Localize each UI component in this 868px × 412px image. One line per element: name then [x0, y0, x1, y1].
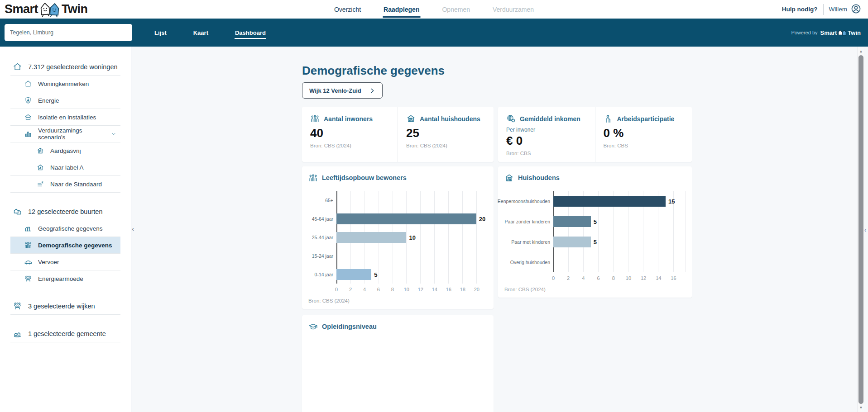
sidebar-group-1-geselecteerde-gemeente[interactable]: 1 geselecteerde gemeente	[10, 325, 120, 342]
sidebar-group-12-geselecteerde-buurten[interactable]: 12 geselecteerde buurten	[10, 203, 120, 220]
sidebar-item-label: Geografische gegevens	[38, 225, 103, 232]
stat-source: Bron: CBS (2024)	[310, 143, 389, 148]
x-axis-tick: 0	[335, 287, 338, 292]
sidebar-item-naar-de-standaard[interactable]: Naar de Standaard	[10, 176, 120, 193]
chart-title: Huishoudens	[518, 174, 560, 181]
stat-value: 40	[310, 126, 389, 140]
powered-by: Powered by Smart Twin	[791, 29, 868, 36]
nav-item-verduurzamen[interactable]: Verduurzamen	[492, 1, 535, 18]
panel-expand-icon[interactable]: ‹	[864, 227, 866, 233]
nav-item-opnemen[interactable]: Opnemen	[441, 1, 470, 18]
chart-bar-row	[553, 252, 685, 272]
primary-nav: OverzichtRaadplegenOpnemenVerduurzamen	[333, 0, 535, 19]
x-axis-tick: 14	[432, 287, 437, 292]
leeftijdsopbouw-bewoners-icon	[308, 173, 318, 183]
sidebar-item-woningkenmerken[interactable]: Woningkenmerken	[10, 76, 120, 92]
sidebar-item-label: Aardgasvrij	[50, 147, 81, 154]
sidebar-item-verduurzamings-scenario-s[interactable]: Verduurzamings scenario's	[10, 126, 120, 142]
area-filter-button[interactable]: Wijk 12 Venlo-Zuid	[302, 82, 383, 99]
x-axis-tick: 18	[460, 287, 465, 292]
chart-category-label: Paar zonder kinderen	[504, 211, 553, 232]
stat-card-gemiddeld-inkomen: Gemiddeld inkomenPer inwoner€ 0Bron: CBS	[498, 107, 595, 162]
chart-category-label: Paar met kinderen	[504, 232, 553, 252]
vervoer-icon	[24, 258, 32, 266]
help-link[interactable]: Hulp nodig?	[782, 6, 818, 13]
chart-bar	[553, 237, 591, 247]
stat-value: 25	[406, 126, 485, 140]
search-input[interactable]	[5, 24, 132, 41]
scrollbar-up-arrow-icon[interactable]: ▲	[858, 49, 864, 53]
sidebar-item-demografische-gegevens[interactable]: Demografische gegevens	[10, 237, 120, 254]
sidebar-item-aardgasvrij[interactable]: Aardgasvrij	[10, 142, 120, 159]
chart-category-label: 45-64 jaar	[308, 209, 336, 228]
x-axis-tick: 2	[349, 287, 352, 292]
nav-item-overzicht[interactable]: Overzicht	[333, 1, 362, 18]
tab-lijst[interactable]: Lijst	[154, 27, 167, 39]
demografische-gegevens-icon	[24, 241, 32, 249]
sidebar-collapse-icon[interactable]: ‹	[132, 225, 134, 232]
tab-dashboard[interactable]: Dashboard	[235, 27, 266, 39]
chart-value-label: 20	[479, 215, 485, 222]
tab-kaart[interactable]: Kaart	[193, 27, 209, 39]
chart-bar-row	[336, 191, 487, 209]
x-axis-tick: 6	[377, 287, 380, 292]
1-geselecteerde-gemeente-icon	[13, 329, 22, 338]
powered-by-label: Powered by	[791, 30, 817, 35]
sidebar-group-3-geselecteerde-wijken[interactable]: 3 geselecteerde wijken	[10, 298, 120, 315]
sidebar-item-label: Energiearmoede	[38, 275, 83, 282]
user-menu[interactable]: Willem	[829, 3, 862, 16]
main-content: Demografische gegevens Wijk 12 Venlo-Zui…	[131, 47, 857, 412]
sidebar-item-vervoer[interactable]: Vervoer	[10, 254, 120, 270]
chevron-right-icon	[369, 88, 375, 94]
stats-row: Aantal inwoners40Bron: CBS (2024)Aantal …	[302, 107, 692, 162]
logo-text-twin: Twin	[62, 2, 87, 16]
naar-de-standaard-icon	[36, 180, 44, 188]
sidebar-item-energie[interactable]: Energie	[10, 92, 120, 109]
vertical-scrollbar[interactable]: ▲ ▼	[857, 47, 864, 412]
stat-title: Arbeidsparticipatie	[617, 115, 675, 123]
stat-title: Aantal inwoners	[324, 115, 373, 123]
x-axis-tick: 10	[404, 287, 409, 292]
x-axis-tick: 16	[671, 275, 676, 281]
huishoudens-icon	[504, 173, 514, 183]
chart-value-label: 15	[668, 198, 675, 204]
naar-label-a-icon	[36, 163, 44, 171]
households-chart-card: HuishoudensEenpersoonshuishoudenPaar zon…	[498, 166, 692, 298]
stat-source: Bron: CBS	[604, 143, 684, 148]
x-axis-tick: 4	[363, 287, 366, 292]
sidebar-item-energiearmoede[interactable]: Energiearmoede	[10, 270, 120, 287]
nav-item-raadplegen[interactable]: Raadplegen	[383, 1, 420, 18]
sidebar-item-geografische-gegevens[interactable]: Geografische gegevens	[10, 220, 120, 237]
chart-title: Leeftijdsopbouw bewoners	[322, 174, 407, 181]
x-axis-tick: 6	[597, 275, 599, 281]
sidebar-item-naar-label-a[interactable]: Naar label A	[10, 159, 120, 176]
chart-value-label: 10	[409, 234, 415, 241]
chevron-down-icon[interactable]	[110, 131, 117, 137]
x-axis-tick: 12	[641, 275, 646, 281]
stat-source: Bron: CBS (2024)	[406, 143, 485, 148]
stats-panel-left: Aantal inwoners40Bron: CBS (2024)Aantal …	[302, 107, 494, 162]
scrollbar-down-arrow-icon[interactable]: ▼	[858, 406, 864, 410]
x-axis-tick: 10	[626, 275, 631, 281]
x-axis-tick: 8	[612, 275, 615, 281]
sidebar-group-7-312-geselecteerde-woningen[interactable]: 7.312 geselecteerde woningen	[10, 58, 120, 76]
sidebar-item-label: Woningkenmerken	[38, 81, 89, 87]
sidebar-group-label: 1 geselecteerde gemeente	[28, 330, 106, 337]
smart-twin-logo[interactable]: Smart Twin	[0, 2, 88, 17]
chart-bar-row: 15	[553, 191, 685, 211]
user-name: Willem	[829, 6, 848, 13]
chart-bar	[553, 196, 666, 207]
scrollbar-thumb[interactable]	[858, 55, 863, 404]
chart-category-label: Overig huishouden	[504, 252, 553, 272]
chart-bar	[336, 232, 406, 243]
area-filter-label: Wijk 12 Venlo-Zuid	[309, 87, 361, 94]
7-312-geselecteerde-woningen-icon	[13, 62, 22, 71]
powered-brand-smart: Smart	[820, 29, 837, 36]
arbeidsparticipatie-icon	[604, 114, 613, 123]
x-axis-tick: 8	[391, 287, 394, 292]
powered-brand-twin: Twin	[848, 29, 861, 36]
aantal-huishoudens-icon	[406, 114, 416, 123]
chart-value-label: 5	[594, 218, 597, 225]
verduurzamings-scenario-s-icon	[24, 130, 32, 138]
sidebar-item-isolatie-en-installaties[interactable]: Isolatie en installaties	[10, 109, 120, 126]
